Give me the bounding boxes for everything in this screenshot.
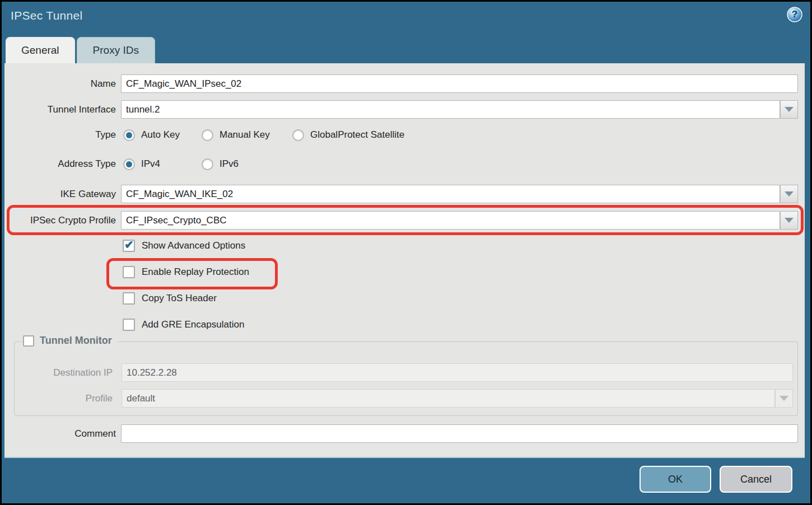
tunnel-monitor-checkbox[interactable] bbox=[23, 335, 34, 347]
tunnel-interface-input[interactable] bbox=[121, 100, 780, 119]
tab-general[interactable]: General bbox=[6, 37, 75, 63]
destination-ip-label: Destination IP bbox=[15, 363, 113, 382]
address-type-radio-group: IPv4 IPv6 bbox=[123, 157, 239, 171]
checkbox-label: Show Advanced Options bbox=[142, 240, 245, 251]
chevron-down-icon bbox=[785, 218, 794, 223]
tunnel-monitor-label: Tunnel Monitor bbox=[40, 335, 112, 347]
address-type-option-ipv4[interactable]: IPv4 bbox=[123, 158, 202, 170]
show-advanced-options-checkbox[interactable] bbox=[123, 240, 135, 252]
chevron-down-icon bbox=[785, 107, 794, 112]
ipsec-crypto-profile-input[interactable] bbox=[121, 211, 780, 230]
ike-gateway-input[interactable] bbox=[121, 185, 780, 203]
type-radio-group: Auto Key Manual Key GlobalProtect Satell… bbox=[123, 128, 404, 142]
help-icon[interactable]: ? bbox=[787, 7, 802, 22]
ok-button[interactable]: OK bbox=[640, 466, 711, 493]
tunnel-monitor-legend: Tunnel Monitor bbox=[23, 335, 118, 347]
address-type-option-ipv6[interactable]: IPv6 bbox=[202, 158, 239, 170]
chevron-down-icon bbox=[785, 191, 794, 197]
name-input[interactable] bbox=[121, 74, 798, 93]
checkbox-label: Add GRE Encapsulation bbox=[142, 319, 244, 330]
tunnel-interface-dropdown-button[interactable] bbox=[780, 100, 798, 119]
ike-gateway-label: IKE Gateway bbox=[4, 185, 116, 203]
checkbox-show-advanced-options[interactable]: Show Advanced Options bbox=[123, 239, 245, 252]
comment-label: Comment bbox=[4, 424, 116, 443]
dialog-title: IPSec Tunnel bbox=[11, 9, 83, 22]
address-type-label: Address Type bbox=[4, 157, 116, 171]
checkbox-copy-tos-header[interactable]: Copy ToS Header bbox=[123, 292, 217, 305]
copy-tos-header-checkbox[interactable] bbox=[123, 292, 135, 305]
type-option-manual-key[interactable]: Manual Key bbox=[202, 129, 292, 141]
radio-label: IPv4 bbox=[141, 158, 160, 170]
ipsec-crypto-profile-label: IPSec Crypto Profile bbox=[4, 211, 116, 230]
checkbox-enable-replay-protection[interactable]: Enable Replay Protection bbox=[123, 265, 249, 279]
checkbox-label: Copy ToS Header bbox=[142, 293, 217, 304]
radio-ipv4[interactable] bbox=[123, 158, 135, 170]
enable-replay-protection-checkbox[interactable] bbox=[123, 266, 135, 278]
comment-input[interactable] bbox=[121, 424, 798, 443]
tab-bar: General Proxy IDs bbox=[6, 37, 155, 63]
checkbox-label: Enable Replay Protection bbox=[142, 266, 249, 278]
tab-proxy-ids[interactable]: Proxy IDs bbox=[77, 37, 155, 63]
type-option-auto-key[interactable]: Auto Key bbox=[123, 129, 202, 141]
chevron-down-icon bbox=[780, 396, 788, 401]
profile-label: Profile bbox=[15, 389, 113, 408]
add-gre-encapsulation-checkbox[interactable] bbox=[123, 319, 135, 331]
radio-auto-key[interactable] bbox=[123, 129, 135, 141]
tunnel-interface-label: Tunnel Interface bbox=[4, 100, 116, 119]
tunnel-monitor-section: Tunnel Monitor Destination IP Profile bbox=[14, 342, 798, 416]
ipsec-tunnel-dialog: IPSec Tunnel ? General Proxy IDs Name Tu… bbox=[2, 2, 810, 503]
checkbox-add-gre-encapsulation[interactable]: Add GRE Encapsulation bbox=[123, 318, 244, 331]
radio-label: Manual Key bbox=[220, 129, 270, 141]
radio-manual-key[interactable] bbox=[202, 129, 213, 141]
name-label: Name bbox=[4, 74, 116, 93]
help-glyph: ? bbox=[792, 9, 797, 20]
ike-gateway-dropdown-button[interactable] bbox=[780, 185, 798, 203]
profile-input bbox=[122, 389, 775, 408]
profile-dropdown-button bbox=[775, 389, 793, 408]
type-option-globalprotect-satellite[interactable]: GlobalProtect Satellite bbox=[292, 129, 404, 141]
destination-ip-input bbox=[122, 363, 793, 382]
radio-globalprotect-satellite[interactable] bbox=[292, 129, 304, 141]
radio-label: GlobalProtect Satellite bbox=[310, 129, 404, 141]
type-label: Type bbox=[4, 128, 116, 142]
ipsec-crypto-profile-dropdown-button[interactable] bbox=[780, 211, 798, 230]
general-tab-panel: Name Tunnel Interface Type Auto Key Manu… bbox=[4, 63, 805, 458]
cancel-button[interactable]: Cancel bbox=[720, 466, 792, 493]
radio-label: IPv6 bbox=[220, 158, 239, 170]
radio-ipv6[interactable] bbox=[202, 158, 213, 170]
radio-label: Auto Key bbox=[141, 129, 180, 141]
